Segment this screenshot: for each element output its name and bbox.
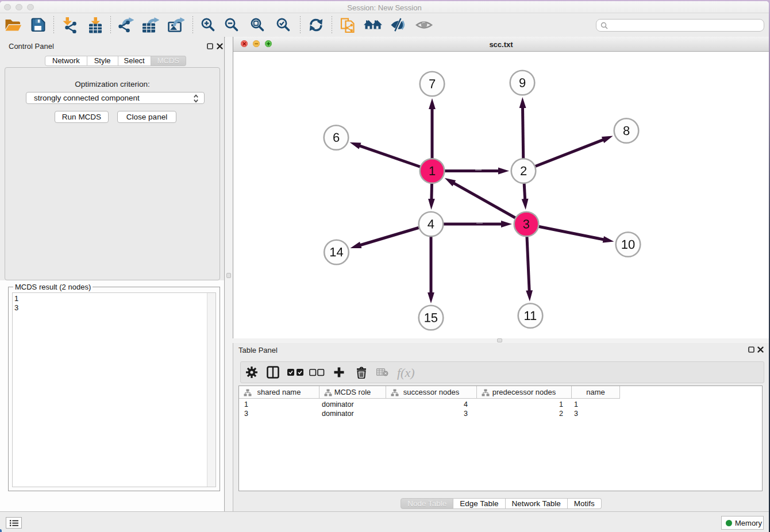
- svg-text:15: 15: [424, 310, 438, 325]
- svg-text:2: 2: [520, 164, 527, 178]
- svg-text:8: 8: [623, 124, 630, 138]
- svg-text:14: 14: [329, 245, 343, 259]
- svg-text:7: 7: [429, 76, 436, 91]
- svg-text:1: 1: [429, 164, 436, 178]
- svg-text:6: 6: [333, 130, 340, 145]
- svg-text:11: 11: [523, 309, 537, 323]
- svg-text:9: 9: [519, 76, 526, 90]
- svg-text:4: 4: [428, 217, 434, 231]
- svg-text:3: 3: [523, 217, 530, 232]
- svg-text:10: 10: [621, 237, 635, 252]
